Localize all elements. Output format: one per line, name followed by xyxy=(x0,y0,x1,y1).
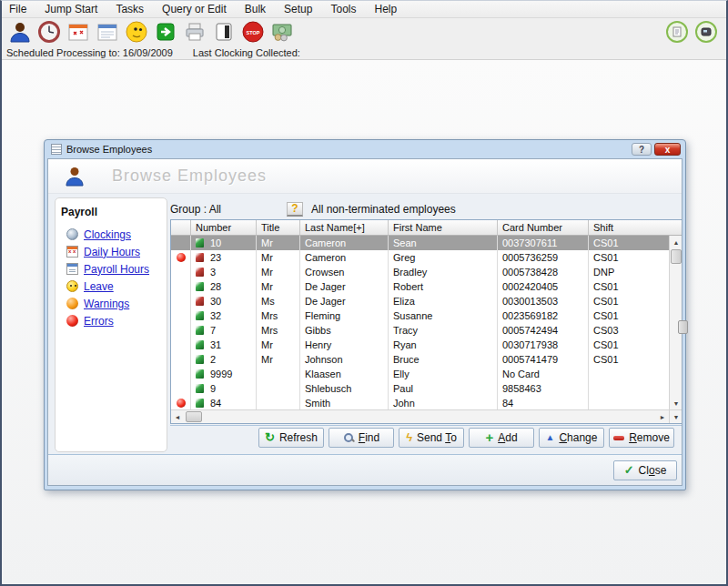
stop-icon[interactable]: STOP xyxy=(240,20,265,45)
dialog-help-button[interactable]: ? xyxy=(632,143,652,156)
employee-status-icon xyxy=(196,355,204,364)
sidebar-item-label[interactable]: Errors xyxy=(84,315,114,328)
sidebar-item[interactable]: Clockings xyxy=(61,226,161,243)
scroll-left-icon[interactable]: ◄ xyxy=(171,410,184,423)
table-row[interactable]: 2 Mr Johnson Bruce 0005741479 CS01 xyxy=(171,352,682,367)
employee-status-icon xyxy=(196,369,204,379)
horizontal-scrollbar[interactable]: ◄ ► xyxy=(171,409,669,423)
employee-status-icon xyxy=(196,253,204,262)
window-resize-grip[interactable] xyxy=(678,320,688,334)
menu-item[interactable]: File xyxy=(9,3,26,15)
column-number[interactable]: Number xyxy=(191,220,257,236)
scroll-up-icon[interactable]: ▲ xyxy=(670,236,682,248)
employee-status-icon xyxy=(196,399,204,408)
notes-icon[interactable] xyxy=(666,21,688,43)
application-window: FileJump StartTasksQuery or EditBulkSetu… xyxy=(0,0,728,586)
clock-icon[interactable] xyxy=(36,20,61,45)
table-row[interactable]: 3 Mr Crowsen Bradley 0005738428 DNP xyxy=(171,265,682,279)
sidebar-item[interactable]: Leave xyxy=(61,278,161,295)
column-first-name[interactable]: First Name xyxy=(389,220,498,236)
action-button[interactable]: Change xyxy=(539,428,604,448)
employee-status-icon xyxy=(196,297,204,306)
scrollbar-corner: ▼ xyxy=(669,409,682,423)
sidebar-item-icon xyxy=(66,228,78,240)
employee-table: Number Title Last Name[+] First Name Car… xyxy=(170,219,682,424)
dialog-titlebar: Browse Employees ? x xyxy=(47,140,682,158)
sidebar-item-icon xyxy=(66,298,78,309)
menu-item[interactable]: Setup xyxy=(284,3,312,15)
employee-status-icon xyxy=(196,340,204,349)
error-indicator-icon xyxy=(177,253,186,262)
action-button-icon xyxy=(613,436,624,440)
table-row[interactable]: 23 Mr Cameron Greg 0005736259 CS01 xyxy=(171,250,682,265)
smiley-icon[interactable] xyxy=(124,20,148,45)
column-last-name[interactable]: Last Name[+] xyxy=(300,220,389,236)
horizontal-scroll-thumb[interactable] xyxy=(186,411,202,422)
person-icon xyxy=(65,166,85,187)
employee-status-icon xyxy=(196,238,204,248)
table-row[interactable]: 31 Mr Henry Ryan 0030717938 CS01 xyxy=(171,338,682,352)
menu-item[interactable]: Tools xyxy=(330,3,356,15)
vertical-scroll-thumb[interactable] xyxy=(671,249,682,264)
table-row[interactable]: 7 Mrs Gibbs Tracy 0005742494 CS03 xyxy=(171,323,682,338)
group-help-icon[interactable]: ? xyxy=(287,202,303,217)
scroll-down-icon[interactable]: ▼ xyxy=(670,397,682,409)
sidebar-item[interactable]: Errors xyxy=(61,312,161,329)
column-card-number[interactable]: Card Number xyxy=(498,220,589,236)
employee-icon[interactable] xyxy=(7,20,32,45)
menu-item[interactable]: Jump Start xyxy=(45,3,97,15)
column-indicator[interactable] xyxy=(171,220,191,236)
table-row[interactable]: 10 Mr Cameron Sean 0037307611 CS01 xyxy=(171,236,682,250)
table-row[interactable]: 32 Mrs Fleming Susanne 0023569182 CS01 xyxy=(171,308,682,323)
action-button[interactable]: Add xyxy=(469,428,534,448)
sidebar-item[interactable]: Warnings xyxy=(61,295,161,312)
scroll-right-icon[interactable]: ► xyxy=(656,410,669,423)
table-row[interactable]: 84 Smith John 84 xyxy=(171,396,682,410)
sidebar-item-label[interactable]: Leave xyxy=(84,280,114,293)
window-menu-icon[interactable] xyxy=(51,144,62,155)
calendar-icon[interactable] xyxy=(95,20,119,45)
table-row[interactable]: 9 Shlebusch Paul 9858463 xyxy=(171,381,682,396)
action-button[interactable]: Remove xyxy=(609,428,674,448)
employee-status-icon xyxy=(196,268,204,277)
action-button[interactable]: Send To xyxy=(399,428,464,448)
employee-status-icon xyxy=(196,384,204,393)
sidebar-item-label[interactable]: Payroll Hours xyxy=(84,263,149,276)
column-title[interactable]: Title xyxy=(257,220,300,236)
menu-item[interactable]: Bulk xyxy=(245,3,266,15)
rates-book-icon[interactable] xyxy=(211,20,236,45)
sidebar-item-label[interactable]: Daily Hours xyxy=(84,246,140,258)
sidebar-item[interactable]: Daily Hours xyxy=(61,243,161,260)
close-button[interactable]: Close xyxy=(613,460,677,480)
table-row[interactable]: 28 Mr De Jager Robert 0002420405 CS01 xyxy=(171,279,682,294)
toolbar: STOP xyxy=(2,18,726,45)
sidebar-item-icon xyxy=(66,315,78,327)
table-row[interactable]: 9999 Klaasen Elly No Card xyxy=(171,367,682,381)
svg-text:STOP: STOP xyxy=(246,30,259,35)
scheduled-processing-text: Scheduled Processing to: 16/09/2009 xyxy=(6,47,173,58)
money-icon[interactable] xyxy=(269,20,294,45)
menu-item[interactable]: Tasks xyxy=(116,3,144,15)
printer-icon[interactable] xyxy=(182,20,207,45)
column-shift[interactable]: Shift xyxy=(589,220,682,236)
action-button-icon xyxy=(485,432,493,443)
table-row[interactable]: 30 Ms De Jager Eliza 0030013503 CS01 xyxy=(171,294,682,308)
dialog-close-button[interactable]: x xyxy=(654,143,681,156)
action-button[interactable]: Refresh xyxy=(258,428,324,448)
calendar-exceptions-icon[interactable] xyxy=(66,20,90,45)
action-button-icon xyxy=(265,432,275,443)
status-bar: Scheduled Processing to: 16/09/2009 Last… xyxy=(2,45,726,60)
menu-item[interactable]: Query or Edit xyxy=(162,3,227,15)
clocking-device-icon[interactable] xyxy=(695,21,717,43)
sidebar-item-icon xyxy=(66,246,78,258)
sidebar-item-label[interactable]: Warnings xyxy=(84,298,129,310)
sidebar-item[interactable]: Payroll Hours xyxy=(61,260,161,278)
button-separator xyxy=(170,425,682,426)
action-button[interactable]: Find xyxy=(329,428,394,448)
action-button-icon xyxy=(406,432,412,443)
menu-item[interactable]: Help xyxy=(374,3,397,15)
go-arrow-icon[interactable] xyxy=(153,20,177,45)
employee-status-icon xyxy=(196,326,204,335)
sidebar-item-label[interactable]: Clockings xyxy=(84,228,131,241)
payroll-sidebar: Payroll Clockings Daily Hours Payroll Ho… xyxy=(55,197,167,452)
